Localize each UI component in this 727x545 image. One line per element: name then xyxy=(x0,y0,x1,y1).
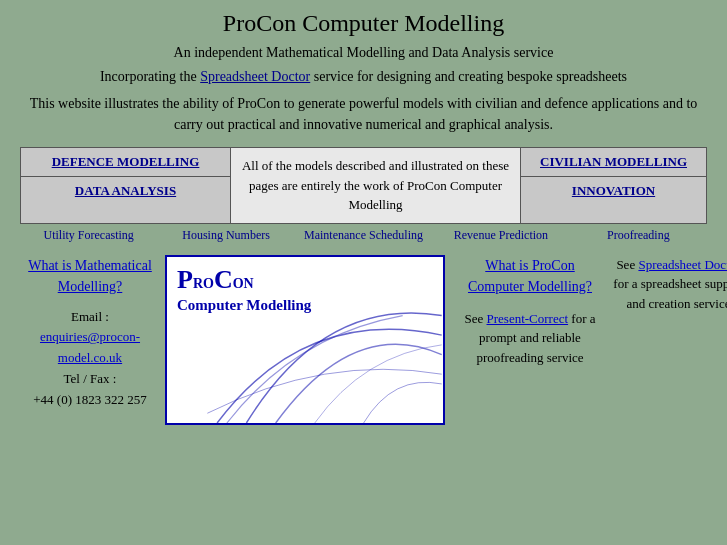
spreadsheet-after-text: service for designing and creating bespo… xyxy=(310,69,627,84)
civilian-modelling-link[interactable]: CIVILIAN MODELLING xyxy=(521,148,706,177)
logo-title: ProCon xyxy=(167,257,443,297)
spreadsheet-description: See Spreadsheet Doctor for a spreadsheet… xyxy=(610,255,727,314)
sub-nav-maintenance[interactable]: Maintenance Scheduling xyxy=(295,226,432,245)
spreadsheet-line: Incorporating the Spreadsheet Doctor ser… xyxy=(20,69,707,85)
sub-nav-housing[interactable]: Housing Numbers xyxy=(157,226,294,245)
logo-subtitle: Computer Modelling xyxy=(167,297,443,314)
procon-description: See Present-Correct for a prompt and rel… xyxy=(460,309,600,368)
innovation-link[interactable]: INNOVATION xyxy=(521,177,706,205)
subtitle: An independent Mathematical Modelling an… xyxy=(20,45,707,61)
col-right-1: What is ProCon Computer Modelling? See P… xyxy=(455,255,605,425)
spreadsheet-doctor-link-top[interactable]: Spreadsheet Doctor xyxy=(200,69,310,84)
contact-section: Email : enquiries@procon-model.co.uk Tel… xyxy=(20,307,160,411)
nav-box-right: CIVILIAN MODELLING INNOVATION xyxy=(521,148,706,223)
present-correct-link[interactable]: Present-Correct xyxy=(487,311,569,326)
see-text-2: See xyxy=(616,257,638,272)
nav-center-text: All of the models described and illustra… xyxy=(239,156,512,215)
what-is-procon-link[interactable]: What is ProCon Computer Modelling? xyxy=(460,255,600,297)
after-text-2: for a spreadsheet support and creation s… xyxy=(613,276,727,311)
spreadsheet-before-text: Incorporating the xyxy=(100,69,200,84)
col-left: What is Mathematical Modelling? Email : … xyxy=(20,255,165,425)
nav-box-left: DEFENCE MODELLING DATA ANALYSIS xyxy=(21,148,231,223)
tel-number: +44 (0) 1823 322 257 xyxy=(33,392,147,407)
sub-nav-proofreading[interactable]: Proofreading xyxy=(570,226,707,245)
data-analysis-link[interactable]: DATA ANALYSIS xyxy=(21,177,230,205)
sub-nav-utility[interactable]: Utility Forecasting xyxy=(20,226,157,245)
email-link[interactable]: enquiries@procon-model.co.uk xyxy=(40,329,140,365)
content-area: What is Mathematical Modelling? Email : … xyxy=(20,255,707,425)
description-text: This website illustrates the ability of … xyxy=(20,93,707,135)
procon-logo-box: ProCon Computer Modelling xyxy=(165,255,445,425)
col-right-2: See Spreadsheet Doctor for a spreadsheet… xyxy=(605,255,727,425)
sub-nav: Utility Forecasting Housing Numbers Main… xyxy=(20,226,707,245)
what-is-mathematical-link[interactable]: What is Mathematical Modelling? xyxy=(20,255,160,297)
defence-modelling-link[interactable]: DEFENCE MODELLING xyxy=(21,148,230,177)
nav-box-center: All of the models described and illustra… xyxy=(231,148,521,223)
tel-label: Tel / Fax : xyxy=(64,371,117,386)
col-center: ProCon Computer Modelling xyxy=(165,255,455,425)
nav-boxes: DEFENCE MODELLING DATA ANALYSIS All of t… xyxy=(20,147,707,224)
email-label: Email : xyxy=(71,309,109,324)
see-text-1: See xyxy=(464,311,486,326)
page-title: ProCon Computer Modelling xyxy=(20,10,707,37)
sub-nav-revenue[interactable]: Revenue Prediction xyxy=(432,226,569,245)
spreadsheet-doctor-link-bottom[interactable]: Spreadsheet Doctor xyxy=(638,257,727,272)
